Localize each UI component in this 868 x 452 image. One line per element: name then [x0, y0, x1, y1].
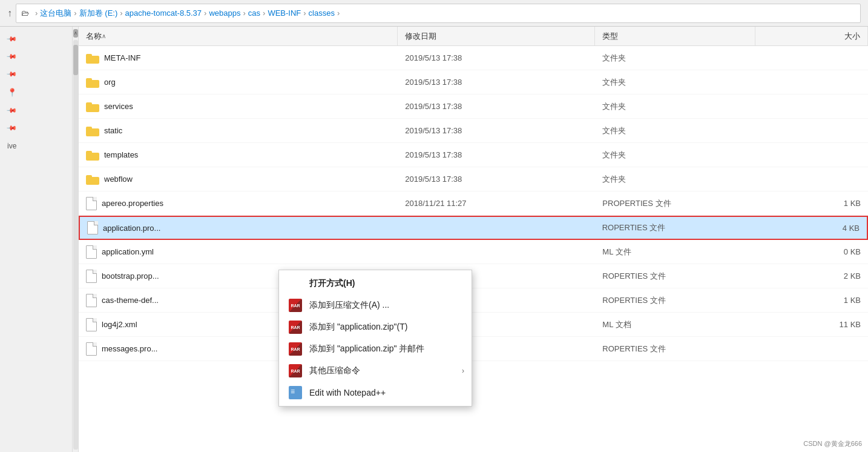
- file-size-cell: 0 KB: [756, 240, 868, 264]
- breadcrumb-classes[interactable]: classes: [309, 8, 335, 18]
- file-area: 名称 修改日期 类型 大小 META-INF 2019/5/13 17:38 文…: [79, 27, 868, 452]
- folder-icon: [86, 174, 99, 185]
- file-row-static[interactable]: static 2019/5/13 17:38 文件夹: [79, 119, 868, 143]
- file-row-bootstrap[interactable]: bootstrap.prop... ROPERTIES 文件 2 KB: [79, 264, 868, 288]
- file-icon: [86, 318, 97, 331]
- file-name-cell: services: [79, 95, 398, 118]
- file-type-cell: ROPERTIES 文件: [595, 288, 756, 312]
- file-row-log4j2[interactable]: log4j2.xml ML 文档 11 KB: [79, 313, 868, 337]
- col-header-size[interactable]: 大小: [755, 27, 868, 45]
- file-row-apereo[interactable]: apereo.properties 2018/11/21 11:27 PROPE…: [79, 191, 868, 216]
- breadcrumb-cas[interactable]: cas: [248, 8, 260, 18]
- file-row-meta-inf[interactable]: META-INF 2019/5/13 17:38 文件夹: [79, 46, 868, 70]
- file-type-cell: 文件夹: [595, 143, 756, 167]
- file-name-cell: apereo.properties: [79, 191, 398, 215]
- file-icon: [86, 245, 97, 259]
- breadcrumb-webapps[interactable]: webapps: [209, 8, 240, 18]
- rar-icon-2: RAR: [289, 321, 302, 334]
- file-date-cell: [398, 217, 595, 239]
- file-size-cell: 2 KB: [756, 264, 868, 288]
- col-header-name[interactable]: 名称: [79, 27, 398, 45]
- breadcrumb-bar[interactable]: 🗁 › 这台电脑 › 新加卷 (E:) › apache-tomcat-8.5.…: [16, 4, 861, 23]
- ive-label: ive: [7, 142, 16, 150]
- sidebar-item-5[interactable]: 📌: [0, 103, 72, 118]
- file-type-cell: ML 文件: [595, 240, 756, 264]
- file-type-cell: PROPERTIES 文件: [595, 191, 756, 215]
- context-menu-add-zip[interactable]: RAR 添加到 "application.zip"(T): [279, 316, 472, 338]
- file-name-cell: webflow: [79, 167, 398, 191]
- address-bar: ↑ 🗁 › 这台电脑 › 新加卷 (E:) › apache-tomcat-8.…: [0, 0, 868, 27]
- column-headers: 名称 修改日期 类型 大小: [79, 27, 868, 46]
- context-menu-add-archive[interactable]: RAR 添加到压缩文件(A) ...: [279, 294, 472, 316]
- file-date-cell: 2019/5/13 17:38: [398, 95, 595, 118]
- file-row-messages[interactable]: messages.pro... ROPERTIES 文件: [79, 337, 868, 361]
- file-name-cell: META-INF: [79, 46, 398, 70]
- file-type-cell: ROPERTIES 文件: [595, 264, 756, 288]
- scroll-up-arrow[interactable]: ∧: [73, 29, 78, 38]
- sidebar: 📌 📌 📌 📍 📌 📌 ive: [0, 27, 73, 452]
- sidebar-scrollbar[interactable]: ∧: [73, 27, 79, 452]
- file-size-cell: 11 KB: [756, 313, 868, 336]
- sidebar-item-2[interactable]: 📌: [0, 49, 72, 64]
- file-row-application-props[interactable]: application.pro... ROPERTIES 文件 4 KB: [79, 216, 868, 240]
- file-size-cell: 4 KB: [755, 217, 867, 239]
- file-type-cell: ROPERTIES 文件: [595, 337, 756, 361]
- context-menu-other-compress[interactable]: RAR 其他压缩命令 ›: [279, 360, 472, 382]
- file-size-cell: [756, 70, 868, 94]
- sidebar-item-3[interactable]: 📌: [0, 67, 72, 82]
- rar-icon-3: RAR: [289, 342, 302, 356]
- up-button[interactable]: ↑: [7, 8, 12, 19]
- file-row-application-yml[interactable]: application.yml ML 文件 0 KB: [79, 240, 868, 264]
- watermark: CSDN @黄金龙666: [803, 439, 862, 448]
- pin-icon-2: 📌: [5, 51, 17, 62]
- file-date-cell: 2019/5/13 17:38: [398, 119, 595, 142]
- file-row-templates[interactable]: templates 2019/5/13 17:38 文件夹: [79, 143, 868, 167]
- folder-icon: [86, 101, 99, 112]
- col-header-type[interactable]: 类型: [595, 27, 756, 45]
- file-size-cell: [756, 119, 868, 142]
- file-size-cell: [756, 95, 868, 118]
- file-row-cas-theme[interactable]: cas-theme-def... ROPERTIES 文件 1 KB: [79, 288, 868, 313]
- scroll-track[interactable]: [73, 40, 78, 450]
- breadcrumb-webinf[interactable]: WEB-INF: [268, 8, 301, 18]
- sidebar-item-6[interactable]: 📌: [0, 121, 72, 136]
- col-header-date[interactable]: 修改日期: [398, 27, 595, 45]
- breadcrumb-drive[interactable]: 新加卷 (E:): [79, 8, 118, 19]
- pin-icon-3: 📌: [5, 68, 17, 80]
- file-type-cell: 文件夹: [595, 119, 756, 142]
- breadcrumb-tomcat[interactable]: apache-tomcat-8.5.37: [125, 8, 202, 18]
- file-size-cell: 1 KB: [756, 288, 868, 312]
- pin-icon-6: 📌: [5, 122, 17, 134]
- context-menu-open-with[interactable]: 打开方式(H): [279, 273, 472, 294]
- pin-icon-5: 📌: [5, 105, 17, 116]
- scroll-thumb[interactable]: [73, 45, 78, 75]
- file-icon: [86, 270, 97, 283]
- folder-icon: [86, 125, 99, 136]
- open-icon: [289, 277, 302, 290]
- sidebar-item-4[interactable]: 📍: [0, 84, 72, 101]
- file-name-cell: application.pro...: [80, 217, 398, 239]
- file-type-cell: 文件夹: [595, 95, 756, 118]
- pin-icon: 📌: [5, 33, 17, 45]
- file-row-org[interactable]: org 2019/5/13 17:38 文件夹: [79, 70, 868, 95]
- file-list[interactable]: META-INF 2019/5/13 17:38 文件夹 org 2019/5/…: [79, 46, 868, 452]
- context-menu-add-zip-email[interactable]: RAR 添加到 "application.zip" 并邮件: [279, 338, 472, 360]
- file-size-cell: [756, 337, 868, 361]
- file-size-cell: [756, 46, 868, 70]
- sidebar-item-1[interactable]: 📌: [0, 32, 72, 47]
- file-row-webflow[interactable]: webflow 2019/5/13 17:38 文件夹: [79, 167, 868, 191]
- file-date-cell: 2019/5/13 17:38: [398, 46, 595, 70]
- file-name-cell: application.yml: [79, 240, 398, 264]
- file-type-cell: 文件夹: [595, 46, 756, 70]
- file-row-services[interactable]: services 2019/5/13 17:38 文件夹: [79, 95, 868, 119]
- folder-icon: [86, 150, 99, 161]
- file-icon: [87, 221, 98, 234]
- file-name-cell: org: [79, 70, 398, 94]
- sidebar-item-ive[interactable]: ive: [0, 138, 72, 154]
- file-icon: [86, 342, 97, 356]
- file-type-cell: ML 文档: [595, 313, 756, 336]
- breadcrumb-this-pc[interactable]: 这台电脑: [40, 8, 71, 19]
- context-menu-notepad[interactable]: Edit with Notepad++: [279, 382, 472, 404]
- pin-icon-4: 📍: [7, 88, 17, 97]
- context-menu[interactable]: 打开方式(H) RAR 添加到压缩文件(A) ... RAR 添加到 "appl…: [278, 270, 472, 407]
